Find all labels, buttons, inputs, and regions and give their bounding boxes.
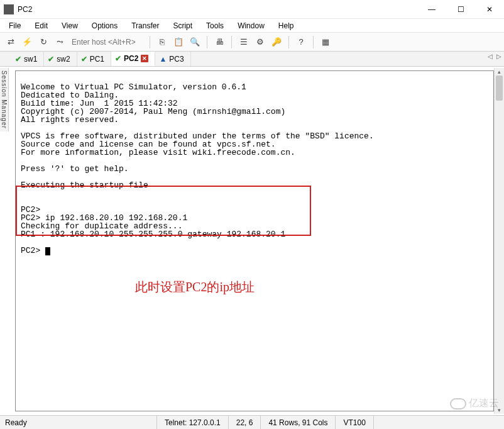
cursor [45, 247, 50, 255]
status-cursor: 22, 6 [229, 416, 261, 429]
warning-icon: ▲ [159, 55, 167, 64]
window-title: PC2 [18, 5, 32, 14]
watermark: 亿速云 [450, 397, 499, 410]
separator [150, 36, 150, 48]
tab-nav: ◁ ▷ [488, 53, 501, 60]
watermark-text: 亿速云 [469, 397, 499, 410]
tab-sw2[interactable]: ✔ sw2 [44, 52, 77, 66]
connect-icon[interactable]: ⇄ [4, 35, 18, 49]
menu-help[interactable]: Help [276, 20, 297, 31]
menu-file[interactable]: File [6, 20, 23, 31]
reconnect-icon[interactable]: ↻ [36, 35, 50, 49]
close-button[interactable]: ✕ [475, 0, 504, 19]
menu-edit[interactable]: Edit [32, 20, 50, 31]
check-icon: ✔ [115, 54, 121, 63]
menu-view[interactable]: View [59, 20, 80, 31]
terminal-pane[interactable]: Welcome to Virtual PC Simulator, version… [15, 70, 494, 411]
status-ready: Ready [0, 416, 157, 429]
term-line: Executing the startup file [21, 181, 148, 190]
term-line: PC1 : 192.168.20.10 255.255.255.0 gatewa… [21, 230, 285, 239]
titlebar: PC2 — ☐ ✕ [0, 0, 504, 19]
separator [231, 36, 232, 48]
status-term: VT100 [336, 416, 373, 429]
maximize-button[interactable]: ☐ [446, 0, 475, 19]
tab-label: sw2 [57, 55, 70, 64]
properties-icon[interactable]: ☰ [237, 35, 251, 49]
scroll-thumb[interactable] [496, 75, 503, 101]
menu-script[interactable]: Script [170, 20, 195, 31]
tab-pc3[interactable]: ▲ PC3 [155, 52, 190, 66]
tab-prev-icon[interactable]: ◁ [488, 53, 493, 60]
vertical-scrollbar[interactable]: ▴ ▾ [494, 68, 504, 414]
menu-options[interactable]: Options [89, 20, 120, 31]
tab-sw1[interactable]: ✔ sw1 [11, 52, 44, 66]
tab-bar: ✔ sw1 ✔ sw2 ✔ PC1 ✔ PC2 ✕ ▲ PC3 ◁ ▷ [0, 52, 504, 67]
copy-icon[interactable]: ⎘ [155, 35, 169, 49]
status-size: 41 Rows, 91 Cols [261, 416, 336, 429]
tab-next-icon[interactable]: ▷ [496, 53, 501, 60]
session-manager-panel[interactable]: Session Manager [0, 68, 9, 131]
menubar: File Edit View Options Transfer Script T… [0, 19, 504, 33]
separator [288, 36, 289, 48]
term-line: For more information, please visit wiki.… [21, 148, 295, 157]
key-icon[interactable]: 🔑 [270, 35, 283, 49]
print-icon[interactable]: 🖶 [212, 35, 226, 49]
menu-transfer[interactable]: Transfer [129, 20, 162, 31]
check-icon: ✔ [48, 55, 54, 64]
host-input[interactable] [69, 36, 145, 48]
status-bar: Ready Telnet: 127.0.0.1 22, 6 41 Rows, 9… [0, 415, 504, 429]
toggle-icon[interactable]: ▦ [319, 35, 332, 49]
check-icon: ✔ [81, 55, 87, 64]
quick-connect-icon[interactable]: ⚡ [20, 35, 34, 49]
paste-icon[interactable]: 📋 [172, 35, 185, 49]
app-icon [4, 4, 14, 14]
term-line: PC2> [21, 246, 45, 255]
tab-label: sw1 [24, 55, 37, 64]
annotation-text: 此时设置PC2的ip地址 [135, 279, 255, 296]
separator [207, 36, 207, 48]
terminal-output: Welcome to Virtual PC Simulator, version… [16, 71, 493, 267]
menu-tools[interactable]: Tools [204, 20, 226, 31]
toolbar: ⇄ ⚡ ↻ ⤳ ⎘ 📋 🔍 🖶 ☰ ⚙ 🔑 ? ▦ [0, 33, 504, 52]
tab-label: PC2 [124, 54, 138, 63]
cloud-icon [450, 398, 466, 410]
tab-pc2[interactable]: ✔ PC2 ✕ [111, 52, 155, 66]
separator [313, 36, 314, 48]
scroll-up-icon[interactable]: ▴ [495, 68, 504, 75]
tab-label: PC3 [169, 55, 184, 64]
disconnect-icon[interactable]: ⤳ [53, 35, 67, 49]
menu-window[interactable]: Window [235, 20, 267, 31]
term-line: Press '?' to get help. [21, 164, 129, 174]
minimize-button[interactable]: — [417, 0, 446, 19]
window-controls: — ☐ ✕ [417, 0, 504, 19]
find-icon[interactable]: 🔍 [188, 35, 202, 49]
status-connection: Telnet: 127.0.0.1 [157, 416, 229, 429]
tab-pc1[interactable]: ✔ PC1 [77, 52, 111, 66]
tab-label: PC1 [90, 55, 104, 64]
session-options-icon[interactable]: ⚙ [253, 35, 267, 49]
term-line: All rights reserved. [21, 115, 119, 125]
help-icon[interactable]: ? [294, 35, 308, 49]
close-tab-icon[interactable]: ✕ [141, 55, 148, 62]
check-icon: ✔ [15, 55, 21, 64]
